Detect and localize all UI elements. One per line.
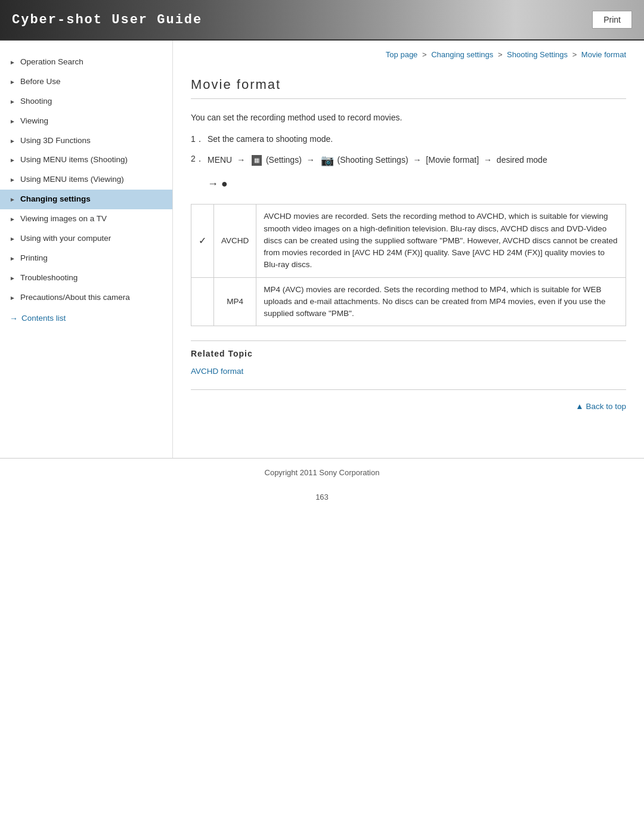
settings-menu-icon: ▦: [252, 155, 262, 166]
step2-suffix: [Movie format]: [426, 155, 479, 165]
breadcrumb: Top page > Changing settings > Shooting …: [191, 41, 626, 65]
step1-number: 1．: [191, 132, 208, 145]
sidebar-item-before-use[interactable]: ► Before Use: [0, 72, 172, 92]
sidebar-item-3d-functions[interactable]: ► Using 3D Functions: [0, 131, 172, 151]
sidebar-item-label: Troubleshooting: [20, 272, 78, 284]
table-row: MP4 MP4 (AVC) movies are recorded. Sets …: [191, 277, 626, 326]
arrow-icon: ►: [10, 156, 16, 165]
page-title: Movie format: [191, 65, 626, 99]
avchd-label: AVCHD: [214, 205, 256, 277]
sidebar-item-operation-search[interactable]: ► Operation Search: [0, 52, 172, 72]
arrow-icon: →: [208, 178, 218, 190]
arrow-icon: ►: [10, 294, 16, 302]
related-topic: Related Topic AVCHD format: [191, 340, 626, 377]
sidebar-item-label: Using MENU items (Viewing): [20, 174, 124, 185]
arrow-icon: ►: [10, 235, 16, 243]
sidebar-item-viewing[interactable]: ► Viewing: [0, 112, 172, 131]
sidebar-item-label: Viewing: [20, 116, 48, 127]
arrow-icon: ►: [10, 98, 16, 106]
table-row: ✓ AVCHD AVCHD movies are recorded. Sets …: [191, 205, 626, 277]
arrow-icon: →: [484, 155, 494, 165]
breadcrumb-sep3: >: [572, 50, 579, 59]
arrow-icon: ►: [10, 176, 16, 184]
guide-title: Cyber-shot User Guide: [12, 13, 202, 27]
arrow-right-icon: →: [10, 314, 18, 323]
sidebar-item-label: Using MENU items (Shooting): [20, 154, 128, 166]
sidebar-item-shooting[interactable]: ► Shooting: [0, 92, 172, 112]
back-to-top-text: Back to top: [586, 402, 626, 411]
content-wrapper: ► Operation Search ► Before Use ► Shooti…: [0, 41, 644, 458]
breadcrumb-shooting-settings[interactable]: Shooting Settings: [507, 50, 568, 59]
related-topic-title: Related Topic: [191, 347, 626, 360]
page-header: Cyber-shot User Guide Print: [0, 0, 644, 41]
empty-icon-cell: [191, 277, 214, 326]
arrow-icon: ►: [10, 274, 16, 283]
sidebar-item-label: Using 3D Functions: [20, 135, 91, 147]
arrow-icon: ►: [10, 215, 16, 224]
check-icon-cell: ✓: [191, 205, 214, 277]
step2-text: MENU → ▦ (Settings) → 📷 (Shooting Settin…: [208, 152, 626, 169]
step1-text: Set the camera to shooting mode.: [208, 132, 626, 145]
print-button[interactable]: Print: [592, 11, 632, 29]
sidebar-item-label: Precautions/About this camera: [20, 292, 130, 304]
format-table: ✓ AVCHD AVCHD movies are recorded. Sets …: [191, 204, 626, 326]
main-content: Top page > Changing settings > Shooting …: [173, 41, 644, 458]
breadcrumb-movie-format[interactable]: Movie format: [581, 50, 626, 59]
sidebar-item-label: Changing settings: [20, 194, 91, 205]
arrow-icon: →: [413, 155, 423, 165]
step2-settings: (Settings): [266, 155, 302, 165]
back-to-top-link[interactable]: ▲ Back to top: [575, 402, 626, 411]
sidebar-item-changing-settings[interactable]: ► Changing settings: [0, 190, 172, 209]
bullet-dot: ●: [221, 178, 228, 190]
camera-icon: 📷: [321, 152, 334, 169]
bullet-line: → ●: [208, 175, 626, 193]
content-body: You can set the recording method used to…: [191, 111, 626, 419]
step2-number: 2．: [191, 152, 208, 165]
footer: Copyright 2011 Sony Corporation: [0, 458, 644, 487]
avchd-format-link[interactable]: AVCHD format: [191, 367, 243, 376]
arrow-icon: →: [306, 155, 317, 165]
back-to-top-row: ▲ Back to top: [191, 389, 626, 419]
mp4-description: MP4 (AVC) movies are recorded. Sets the …: [256, 277, 626, 326]
breadcrumb-top[interactable]: Top page: [386, 50, 418, 59]
sidebar-item-label: Operation Search: [20, 57, 83, 68]
step2-menu: MENU: [208, 155, 232, 165]
step2-shooting: (Shooting Settings): [338, 155, 408, 165]
mp4-label: MP4: [214, 277, 256, 326]
sidebar-item-menu-viewing[interactable]: ► Using MENU items (Viewing): [0, 170, 172, 190]
sidebar-item-label: Viewing images on a TV: [20, 213, 107, 225]
page-number: 163: [0, 487, 644, 513]
sidebar-item-precautions[interactable]: ► Precautions/About this camera: [0, 288, 172, 308]
triangle-up-icon: ▲: [575, 402, 586, 411]
breadcrumb-sep1: >: [422, 50, 429, 59]
copyright-text: Copyright 2011 Sony Corporation: [265, 468, 380, 477]
contents-list-label: Contents list: [21, 314, 66, 323]
breadcrumb-sep2: >: [498, 50, 504, 59]
sidebar-item-label: Using with your computer: [20, 233, 111, 244]
sidebar-item-viewing-tv[interactable]: ► Viewing images on a TV: [0, 209, 172, 229]
step-2: 2． MENU → ▦ (Settings) → 📷 (Shooting Set…: [191, 152, 626, 169]
sidebar-item-troubleshooting[interactable]: ► Troubleshooting: [0, 268, 172, 288]
arrow-icon: ►: [10, 78, 16, 86]
arrow-icon: ►: [10, 196, 16, 204]
sidebar-item-label: Before Use: [20, 76, 61, 88]
sidebar: ► Operation Search ► Before Use ► Shooti…: [0, 41, 173, 458]
sidebar-item-printing[interactable]: ► Printing: [0, 249, 172, 268]
sidebar-item-label: Printing: [20, 253, 48, 264]
breadcrumb-changing[interactable]: Changing settings: [431, 50, 493, 59]
sidebar-item-menu-shooting[interactable]: ► Using MENU items (Shooting): [0, 150, 172, 170]
arrow-icon: ►: [10, 58, 16, 67]
arrow-icon: →: [237, 155, 247, 165]
avchd-description: AVCHD movies are recorded. Sets the reco…: [256, 205, 626, 277]
sidebar-item-using-computer[interactable]: ► Using with your computer: [0, 229, 172, 249]
intro-text: You can set the recording method used to…: [191, 111, 626, 124]
contents-list-link[interactable]: → Contents list: [0, 308, 172, 329]
step-1: 1． Set the camera to shooting mode.: [191, 132, 626, 145]
sidebar-item-label: Shooting: [20, 96, 52, 107]
arrow-icon: ►: [10, 117, 16, 126]
arrow-icon: ►: [10, 255, 16, 263]
arrow-icon: ►: [10, 137, 16, 145]
step2-end: desired mode: [497, 155, 547, 165]
